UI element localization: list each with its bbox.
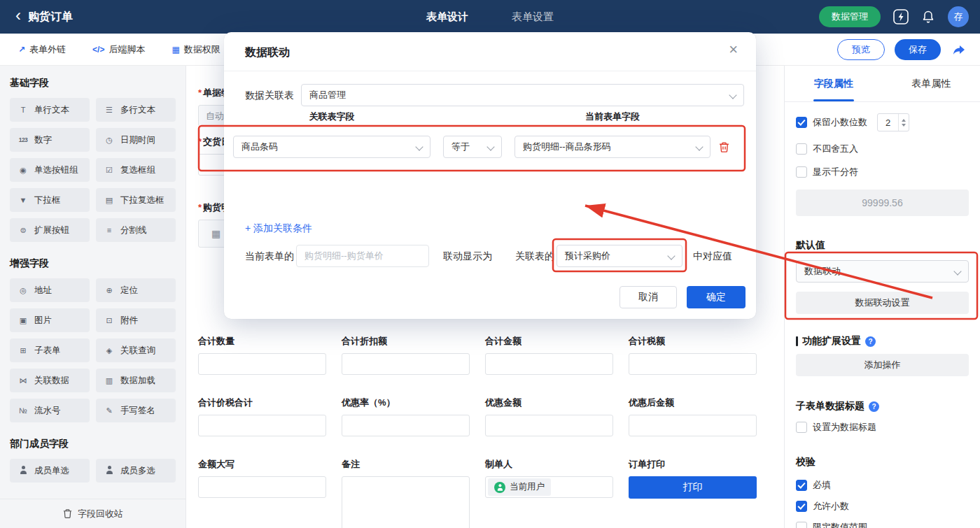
validation-title: 校验	[796, 456, 969, 469]
decimal-places-stepper[interactable]: 2	[877, 113, 909, 131]
sidebar-field-member-single[interactable]: 成员单选	[10, 459, 90, 483]
related-field-select[interactable]: 预计采购价	[556, 245, 682, 267]
save-button[interactable]: 保存	[895, 39, 941, 60]
backend-script-item[interactable]: </> 后端脚本	[92, 43, 145, 56]
close-icon[interactable]: ×	[729, 41, 738, 59]
extension-settings-title: 功能扩展设置 ?	[796, 335, 969, 348]
data-manage-button[interactable]: 数据管理	[819, 6, 881, 27]
sidebar-field-serial-number[interactable]: №流水号	[10, 399, 90, 422]
allow-decimal-row: 允许小数	[796, 500, 969, 513]
field-label: 合计折扣额	[342, 336, 470, 347]
condition-target-select[interactable]: 购货明细--商品条形码	[514, 136, 710, 158]
discount-rate-input[interactable]	[342, 415, 470, 436]
decimal-places-checkbox[interactable]	[796, 117, 807, 128]
sidebar-field-radio-group[interactable]: ◉单选按钮组	[10, 158, 90, 182]
sidebar-field-data-load[interactable]: ▥数据加载	[96, 369, 176, 392]
field-recycle-bin[interactable]: 字段回收站	[0, 499, 186, 528]
delete-condition-icon[interactable]	[718, 141, 730, 153]
stepper-down-icon[interactable]	[902, 124, 906, 127]
sidebar-field-extension-button[interactable]: ⊜扩展按钮	[10, 218, 90, 242]
tab-form-design[interactable]: 表单设计	[426, 10, 468, 24]
creator-input[interactable]: 当前用户	[485, 476, 613, 498]
data-linkage-settings-button[interactable]: 数据联动设置	[796, 292, 969, 314]
total-discount-input[interactable]	[342, 353, 470, 375]
sidebar-field-dropdown-multi[interactable]: ▤下拉复选框	[96, 188, 176, 212]
print-button[interactable]: 打印	[629, 476, 757, 499]
after-discount-amount-input[interactable]	[629, 415, 757, 436]
sidebar-field-attachment[interactable]: ⊡附件	[96, 308, 176, 332]
tab-form-settings[interactable]: 表单设置	[512, 10, 554, 24]
sidebar-field-checkbox-group[interactable]: ☑复选框组	[96, 158, 176, 182]
sidebar-field-signature[interactable]: ✎手写签名	[96, 399, 176, 422]
sidebar-field-linked-query[interactable]: ◈关联查询	[96, 338, 176, 362]
condition-field-select[interactable]: 商品条码	[233, 136, 430, 158]
divider-icon: ≡	[103, 226, 115, 234]
discount-amount-input[interactable]	[485, 415, 613, 436]
sidebar-field-subform[interactable]: ⊞子表单	[10, 338, 90, 362]
limit-range-checkbox[interactable]	[796, 522, 807, 528]
amount-in-words-input[interactable]	[198, 476, 326, 498]
sidebar-field-dropdown[interactable]: ▼下拉框	[10, 188, 90, 212]
confirm-button[interactable]: 确定	[687, 286, 746, 308]
multi-line-text-icon: ☰	[103, 106, 115, 115]
sidebar-field-number[interactable]: 123数字	[10, 128, 90, 152]
tab-field-properties[interactable]: 字段属性	[785, 66, 883, 101]
title-text: 功能扩展设置	[802, 335, 861, 348]
add-action-button[interactable]: 添加操作	[796, 354, 969, 376]
bell-icon[interactable]	[921, 10, 935, 24]
sidebar-field-member-multi[interactable]: 成员多选	[96, 459, 176, 483]
required-checkbox[interactable]	[796, 480, 807, 491]
cancel-button[interactable]: 取消	[620, 286, 677, 308]
allow-decimal-checkbox[interactable]	[796, 501, 807, 512]
field-label: 下拉框	[34, 194, 61, 206]
form-field-total-with-tax: 合计价税合计	[198, 397, 326, 436]
thousand-separator-checkbox[interactable]	[796, 166, 807, 178]
form-external-link-item[interactable]: ↗ 表单外链	[18, 43, 66, 56]
set-as-title-checkbox[interactable]	[796, 422, 807, 433]
linked-query-icon: ◈	[103, 346, 115, 355]
stepper-up-icon[interactable]	[902, 119, 906, 122]
sidebar-field-location[interactable]: ⊕定位	[96, 278, 176, 302]
sidebar-field-linked-data[interactable]: ⋈关联数据	[10, 369, 90, 392]
total-with-tax-input[interactable]	[198, 415, 326, 436]
total-quantity-input[interactable]	[198, 353, 326, 375]
current-field-input[interactable]: 购货明细--购货单价	[296, 245, 429, 267]
add-condition-link[interactable]: + 添加关联条件	[245, 222, 312, 235]
limit-range-label: 限定数值范围	[813, 521, 867, 528]
preview-button[interactable]: 预览	[837, 39, 885, 60]
field-label: 附件	[120, 315, 138, 327]
default-value-select[interactable]: 数据联动	[796, 260, 969, 283]
sidebar-field-divider[interactable]: ≡分割线	[96, 218, 176, 242]
form-field-after-discount-amount: 优惠后金额	[629, 397, 757, 436]
remarks-textarea[interactable]	[342, 476, 470, 528]
data-permission-item[interactable]: ▦ 数据权限	[172, 43, 220, 56]
sidebar-field-datetime[interactable]: ◷日期时间	[96, 128, 176, 152]
tab-form-properties[interactable]: 表单属性	[883, 66, 980, 101]
total-amount-input[interactable]	[485, 353, 613, 375]
topbar-nav: 表单设计 表单设置	[426, 0, 554, 34]
stepper-arrows[interactable]	[898, 114, 909, 131]
relation-table-select[interactable]: 商品管理	[301, 84, 744, 106]
set-as-title-row: 设置为数据标题	[796, 421, 969, 434]
field-label: 合计金额	[485, 336, 613, 347]
page-title: 购货订单	[28, 10, 73, 24]
avatar[interactable]: 存	[948, 6, 969, 27]
help-icon[interactable]: ?	[869, 401, 879, 412]
section-title-member-fields: 部门成员字段	[10, 438, 176, 450]
sidebar-field-image[interactable]: ▣图片	[10, 308, 90, 332]
sidebar-field-multi-line-text[interactable]: ☰多行文本	[96, 98, 176, 122]
sidebar-field-single-line-text[interactable]: T单行文本	[10, 98, 90, 122]
no-rounding-checkbox[interactable]	[796, 143, 807, 155]
topbar: ‹ 购货订单 表单设计 表单设置 数据管理 存	[0, 0, 980, 34]
help-icon[interactable]: ?	[865, 336, 876, 347]
field-label: 成员多选	[120, 465, 155, 477]
share-icon[interactable]	[951, 41, 967, 58]
total-tax-input[interactable]	[629, 353, 757, 375]
lightning-icon[interactable]	[893, 9, 909, 24]
sidebar-field-address[interactable]: ◎地址	[10, 278, 90, 302]
field-library-sidebar: 基础字段 T单行文本 ☰多行文本 123数字 ◷日期时间 ◉单选按钮组 ☑复选框…	[0, 66, 186, 528]
back-button[interactable]: ‹	[15, 7, 21, 24]
data-linkage-modal: 数据联动 × 数据关联表 商品管理 关联表字段 当前表单字段 商品条码 等于 购…	[224, 32, 756, 319]
dropdown-icon: ▼	[17, 196, 29, 204]
condition-operator-select[interactable]: 等于	[443, 136, 502, 158]
